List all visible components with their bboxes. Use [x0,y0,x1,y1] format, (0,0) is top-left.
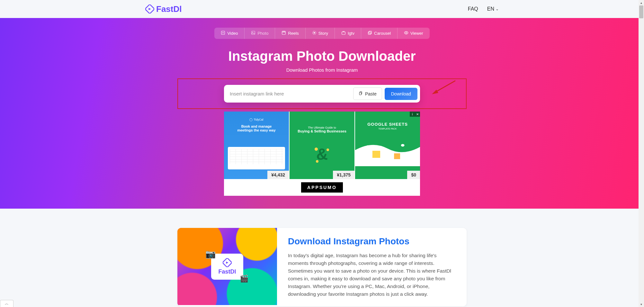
svg-point-20 [401,144,405,147]
tab-story[interactable]: Story [306,28,335,39]
tab-igtv[interactable]: Igtv [335,28,361,39]
chevron-down-icon: ⌄ [496,7,499,11]
tab-carousel[interactable]: Carousel [361,28,398,39]
url-input[interactable] [230,91,351,96]
ad1-price: ¥4,432 [267,171,289,179]
ad3-caption: GOOGLE SHEETS TEMPLATE PACK [355,122,420,130]
tab-label: Photo [257,31,268,36]
brand-logo[interactable]: FastDl [145,4,182,14]
svg-point-6 [313,32,315,34]
svg-point-3 [253,32,253,32]
scroll-up-icon[interactable]: ▴ [639,0,644,5]
tab-viewer[interactable]: Viewer [398,28,430,39]
ad-info-icon[interactable]: i [410,112,415,117]
paste-label: Paste [365,91,377,96]
tab-reels[interactable]: Reels [275,28,305,39]
svg-rect-4 [282,31,286,35]
url-input-bar: Paste Download [224,85,420,103]
svg-point-16 [316,160,318,163]
mode-tabs: Video Photo Reels [214,28,429,39]
scroll-down-icon[interactable]: ▾ [639,302,644,307]
language-label: EN [487,6,494,12]
logo-icon [145,5,154,14]
camera-icon: 📷 [205,249,216,259]
hero-section: Video Photo Reels [0,18,644,209]
svg-rect-8 [369,31,371,34]
info-card: 📷 🎬 FastDl Download Instagram Photos In … [177,228,467,306]
svg-point-14 [315,148,318,151]
story-icon [312,31,317,36]
clipboard-icon [359,91,363,96]
ad1-caption: Book and manage meetings the easy way [224,124,289,132]
info-heading: Download Instagram Photos [288,236,456,247]
ad-card-1[interactable]: ◯ TidyCal Book and manage meetings the e… [224,112,289,179]
ad-card-3[interactable]: GOOGLE SHEETS TEMPLATE PACK [355,112,420,179]
reels-icon [282,31,286,36]
tab-label: Carousel [374,31,391,36]
svg-rect-2 [252,31,255,35]
tab-video[interactable]: Video [214,28,245,39]
tab-label: Igtv [348,31,354,36]
play-square-icon [221,31,225,36]
tab-label: Story [318,31,328,36]
svg-point-15 [326,149,329,151]
info-body: In today's digital age, Instagram has be… [288,252,456,298]
ad-banner[interactable]: ◯ TidyCal Book and manage meetings the e… [224,112,420,196]
tab-photo[interactable]: Photo [245,28,275,39]
ad-controls: i ✕ [410,112,420,117]
ad2-price: ¥1,375 [333,171,354,179]
svg-point-10 [406,32,407,33]
info-illustration: 📷 🎬 FastDl [177,228,277,305]
annotation-highlight-box: Paste Download [177,78,467,109]
page-title: Instagram Photo Downloader [228,49,416,64]
svg-rect-18 [394,153,400,159]
svg-rect-17 [372,151,380,158]
ad-card-2[interactable]: The Ultimate Guide to Buying & Selling B… [290,112,354,179]
svg-rect-12 [359,92,361,95]
tab-label: Video [227,31,238,36]
info-section: 📷 🎬 FastDl Download Instagram Photos In … [0,209,644,307]
chip-brand: FastDl [218,268,236,275]
ad3-price: $0 [407,171,420,179]
image-icon [251,31,255,36]
svg-point-19 [366,145,370,149]
brand-text: FastDl [156,4,182,14]
ad-footer-brand[interactable]: APPSUMO [301,182,343,193]
chevron-up-icon: ︿ [5,301,9,306]
faq-link[interactable]: FAQ [468,6,478,12]
ad2-caption: The Ultimate Guide to Buying & Selling B… [290,126,354,133]
tv-icon [341,31,346,36]
language-selector[interactable]: EN ⌄ [487,6,499,12]
paste-button[interactable]: Paste [353,87,382,100]
site-header: FastDl FAQ EN ⌄ [0,0,644,18]
bottom-expand-tab[interactable]: ︿ [0,300,13,307]
download-button[interactable]: Download [385,88,417,100]
svg-rect-9 [368,32,371,34]
clapper-icon: 🎬 [240,275,248,283]
eye-icon [404,31,408,36]
tab-label: Reels [288,31,299,36]
tab-label: Viewer [410,31,423,36]
ad-close-icon[interactable]: ✕ [415,112,420,117]
carousel-icon [368,31,372,36]
info-logo-chip: 📷 🎬 FastDl [211,254,243,280]
ad1-brand: ◯ TidyCal [249,118,263,121]
page-subtitle: Download Photos from Instagram [286,67,358,73]
scrollbar[interactable]: ▴ ▾ [639,0,644,307]
svg-rect-7 [342,32,345,34]
